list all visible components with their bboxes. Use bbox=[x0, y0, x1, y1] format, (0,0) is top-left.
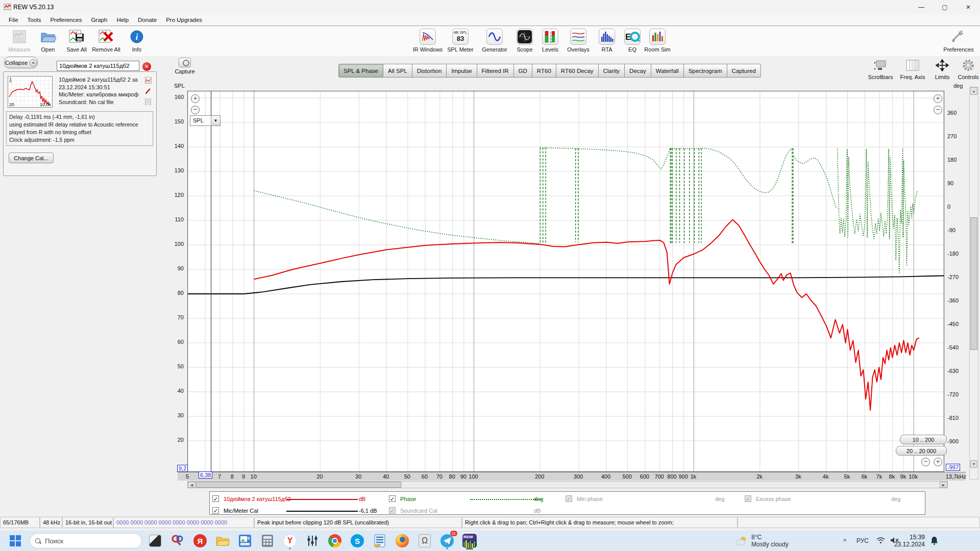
scroll-down-icon[interactable]: ▼ bbox=[970, 460, 977, 468]
tab-captured[interactable]: Captured bbox=[727, 64, 761, 78]
minimize-button[interactable]: — bbox=[910, 0, 933, 14]
info-button[interactable]: iInfo bbox=[120, 29, 153, 53]
vertical-scrollbar[interactable]: ▲ ▼ bbox=[969, 87, 978, 480]
tab-spl-phase[interactable]: SPL & Phase bbox=[338, 64, 383, 78]
measurement-thumbnail[interactable]: 1 20 10,0k bbox=[8, 76, 53, 108]
legend-label-mic-meter-cal: Mic/Meter Cal bbox=[224, 508, 258, 514]
legend-value-10дюймов-2-катуш115дб2: dB bbox=[359, 496, 365, 502]
tray-chevron-icon[interactable]: ^ bbox=[843, 537, 846, 545]
tab-spectrogram[interactable]: Spectrogram bbox=[684, 64, 727, 78]
legend-checkbox-10дюймов-2-катуш115дб2[interactable]: ✓ bbox=[212, 495, 219, 502]
measurement-name-input[interactable] bbox=[57, 61, 139, 71]
close-button[interactable]: ✕ bbox=[957, 0, 980, 14]
controls-button[interactable]: Controls bbox=[952, 58, 980, 80]
document-icon[interactable] bbox=[144, 98, 152, 105]
taskbar-icon-y-app[interactable]: Y bbox=[282, 532, 298, 550]
taskbar-icon-omega[interactable]: Ω bbox=[416, 532, 433, 550]
save-measurement-icon[interactable] bbox=[144, 77, 152, 84]
notes-pencil-icon[interactable] bbox=[144, 87, 152, 94]
taskbar-icon-skype[interactable]: S bbox=[349, 532, 365, 550]
language-indicator[interactable]: РУС bbox=[856, 537, 869, 544]
menu-help[interactable]: Help bbox=[112, 15, 133, 24]
tab-impulse[interactable]: Impulse bbox=[447, 64, 477, 78]
taskbar-icon-keys[interactable] bbox=[169, 532, 186, 550]
zoom-out-x-button[interactable]: − bbox=[921, 458, 930, 466]
scroll-right-icon[interactable]: ▶ bbox=[940, 482, 947, 488]
freq-range-button[interactable]: 20 .. 20 000 bbox=[896, 446, 947, 456]
menu-donate[interactable]: Donate bbox=[133, 15, 161, 24]
tab-distortion[interactable]: Distortion bbox=[412, 64, 447, 78]
menu-pro-upgrades[interactable]: Pro Upgrades bbox=[161, 15, 207, 24]
taskbar-icon-firefox[interactable] bbox=[394, 532, 410, 550]
right-tick--90: -90 bbox=[947, 227, 970, 233]
spl-meter-button[interactable]: dB SPL83SPL Meter bbox=[444, 29, 477, 53]
menu-bar: FileToolsPreferencesGraphHelpDonatePro U… bbox=[0, 14, 980, 26]
hscroll-thumb[interactable] bbox=[196, 482, 401, 488]
change-cal-button[interactable]: Change Cal... bbox=[9, 153, 54, 163]
scroll-up-icon[interactable]: ▲ bbox=[970, 87, 977, 95]
legend-line-mic-meter-cal bbox=[286, 511, 358, 512]
zoom-in-x-button[interactable]: + bbox=[934, 458, 942, 466]
collapse-button[interactable]: Collapse« bbox=[4, 57, 38, 68]
phase-range-button[interactable]: 10 .. 200 bbox=[900, 435, 947, 444]
taskbar-icon-app-dark[interactable] bbox=[147, 532, 163, 550]
taskbar-icon-telegram[interactable]: 11 bbox=[439, 532, 455, 550]
taskbar-icon-notes[interactable] bbox=[372, 532, 388, 550]
start-button[interactable] bbox=[8, 534, 22, 548]
notification-bell-icon[interactable] bbox=[930, 536, 938, 546]
tab-rt60[interactable]: RT60 bbox=[532, 64, 556, 78]
menu-preferences[interactable]: Preferences bbox=[45, 15, 86, 24]
tab-all-spl[interactable]: All SPL bbox=[383, 64, 412, 78]
generator-button[interactable]: Generator bbox=[478, 29, 511, 53]
open-button[interactable]: Open bbox=[32, 29, 64, 53]
taskbar-search[interactable]: Поиск bbox=[30, 533, 142, 548]
remove-all-button[interactable]: Remove All bbox=[90, 29, 122, 53]
zoom-out-right-button[interactable]: − bbox=[934, 106, 942, 114]
taskbar-icon-rew[interactable]: REW bbox=[461, 532, 478, 550]
cursor-spl-readout: 9,2 bbox=[177, 465, 188, 472]
taskbar-icon-photos[interactable] bbox=[237, 532, 253, 550]
scroll-left-icon[interactable]: ◀ bbox=[188, 482, 195, 488]
save-all-button[interactable]: Save All bbox=[60, 29, 93, 53]
tab-rt60-decay[interactable]: RT60 Decay bbox=[556, 64, 599, 78]
taskbar-icon-chrome[interactable] bbox=[327, 532, 343, 550]
remove-measurement-button[interactable]: ✕ bbox=[142, 62, 151, 71]
x-tick-13-7khz: 13,7kHz bbox=[946, 473, 966, 480]
ir-windows-button[interactable]: IR Windows bbox=[411, 29, 444, 53]
taskbar-icon-audio-mixer[interactable] bbox=[304, 532, 321, 550]
overlays-button[interactable]: Overlays bbox=[562, 29, 595, 53]
tab-gd[interactable]: GD bbox=[514, 64, 532, 78]
tab-filtered-ir[interactable]: Filtered IR bbox=[477, 64, 514, 78]
taskbar-icon-yandex-browser[interactable]: Я bbox=[192, 532, 208, 550]
horizontal-scrollbar[interactable]: ◀ ▶ bbox=[187, 481, 948, 488]
capture-button[interactable]: Capture bbox=[174, 58, 196, 74]
taskbar-icon-file-explorer[interactable] bbox=[214, 532, 231, 550]
weather-widget[interactable]: 8°CMostly cloudy bbox=[735, 534, 801, 548]
clock[interactable]: 15:3923.12.2024 bbox=[894, 534, 925, 548]
preferences-button[interactable]: Preferences bbox=[942, 29, 975, 53]
right-tick-270: 270 bbox=[947, 133, 970, 139]
legend-label-phase: Phase bbox=[400, 496, 416, 502]
tab-decay[interactable]: Decay bbox=[625, 64, 651, 78]
tab-clarity[interactable]: Clarity bbox=[599, 64, 625, 78]
x-tick-8: 8 bbox=[231, 473, 234, 480]
maximize-button[interactable]: ▢ bbox=[933, 0, 957, 14]
x-tick-9k: 9k bbox=[900, 473, 906, 480]
wifi-icon[interactable] bbox=[876, 537, 885, 545]
freq-axis-button[interactable]: Freq. Axis bbox=[897, 58, 928, 80]
menu-tools[interactable]: Tools bbox=[23, 15, 46, 24]
menu-file[interactable]: File bbox=[4, 15, 23, 24]
legend-checkbox-phase[interactable]: ✓ bbox=[389, 495, 396, 502]
zoom-in-y-button[interactable]: + bbox=[191, 94, 200, 103]
scrollbars-button[interactable]: Scrollbars bbox=[865, 58, 896, 80]
tab-waterfall[interactable]: Waterfall bbox=[651, 64, 684, 78]
y-axis-mode-dropdown[interactable]: SPL ▼ bbox=[190, 115, 220, 126]
menu-graph[interactable]: Graph bbox=[86, 15, 112, 24]
zoom-out-y-button[interactable]: − bbox=[191, 106, 200, 114]
room-sim-button[interactable]: Room Sim bbox=[641, 29, 674, 53]
zoom-in-right-button[interactable]: + bbox=[934, 94, 942, 103]
vscroll-thumb[interactable] bbox=[970, 217, 977, 350]
spl-phase-chart[interactable] bbox=[187, 91, 944, 472]
legend-checkbox-mic-meter-cal[interactable]: ✓ bbox=[212, 507, 219, 514]
taskbar-icon-calculator[interactable] bbox=[259, 532, 276, 550]
